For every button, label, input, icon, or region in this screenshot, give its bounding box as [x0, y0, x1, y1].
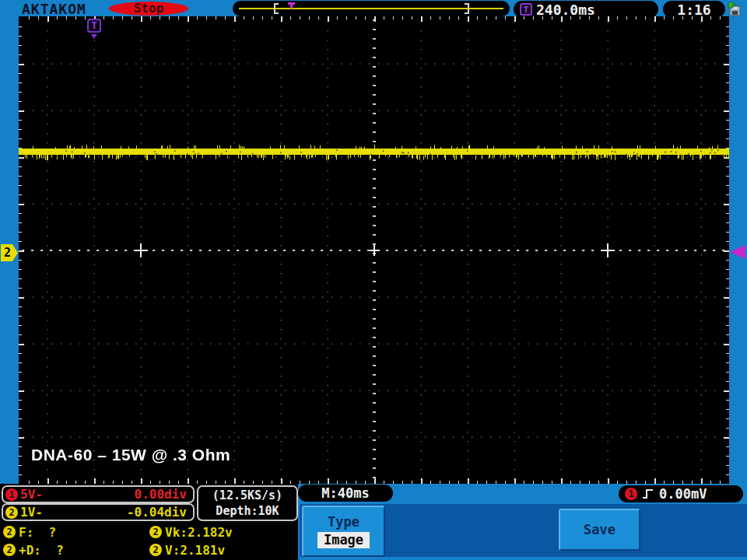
- trigger-position-marker-arrow-icon: [91, 34, 97, 39]
- ch1-badge: 1: [5, 488, 18, 501]
- window-right-bracket-icon: [465, 3, 469, 14]
- measurement-frequency: 2 F: ?: [3, 525, 56, 540]
- measurement-row: 2 F: ? 2 Vk:2.182v: [3, 523, 296, 541]
- ch2-badge: 2: [5, 506, 18, 519]
- brand-logo: AKTAKOM: [22, 1, 86, 17]
- meas-ch-badge: 2: [149, 544, 162, 556]
- meas-ch-badge: 2: [3, 526, 16, 538]
- measurement-row: 2 +D: ? 2 V:2.181v: [3, 541, 296, 558]
- status-panel: 1 5V- 0.00div 2 1V- -0.04div 2 F: ? 2 Vk…: [0, 484, 298, 560]
- run-state-indicator: Stop: [109, 2, 188, 16]
- save-button-label: Save: [584, 522, 615, 537]
- trigger-position-icon-stem: [290, 5, 293, 9]
- trigger-source-badge: 1: [625, 488, 637, 500]
- meas-ch-badge: 2: [3, 544, 16, 556]
- meas-value: V:2.181v: [165, 543, 225, 558]
- meas-value: +D: ?: [19, 543, 64, 558]
- screen-annotation: DNA-60 – 15W @ .3 Ohm: [31, 446, 230, 464]
- ch2-status-box: 2 1V- -0.04div: [2, 503, 195, 521]
- horizontal-position-bar[interactable]: [233, 1, 510, 16]
- trigger-time-value: 240.0ms: [536, 2, 595, 18]
- ch1-status-box: 1 5V- 0.00div: [2, 485, 195, 503]
- acquisition-info-box: (12.5KS/s) Depth:10K: [197, 485, 298, 521]
- trigger-level-value: 0.00mV: [659, 486, 707, 502]
- graticule-canvas: [19, 16, 729, 484]
- measurement-duty: 2 +D: ?: [3, 543, 64, 558]
- measurement-v: 2 V:2.181v: [149, 543, 225, 558]
- trigger-level-readout: 1 0.00mV: [619, 485, 743, 502]
- run-state-label: Stop: [134, 2, 164, 15]
- usb-storage-icon: [726, 2, 743, 16]
- record-span-line: [239, 8, 503, 9]
- clock-readout: 1:16: [663, 1, 725, 18]
- oscilloscope-screen: { "header": { "brand": "AKTAKOM", "run_s…: [0, 0, 747, 560]
- ch2-ground-marker[interactable]: 2: [1, 244, 18, 261]
- ch2-scale: 1V-: [20, 505, 43, 520]
- type-button-label: Type: [328, 514, 359, 530]
- clock-value: 1:16: [677, 2, 710, 18]
- save-button[interactable]: Save: [559, 509, 640, 551]
- waveform-display: T DNA-60 – 15W @ .3 Ohm: [19, 16, 729, 484]
- ch1-scale: 5V-: [20, 487, 43, 502]
- meas-value: F: ?: [19, 525, 56, 540]
- trigger-time-readout: T 240.0ms: [514, 1, 658, 18]
- meas-value: Vk:2.182v: [165, 525, 233, 540]
- timebase-readout: M:40ms: [298, 485, 393, 502]
- window-left-bracket-icon: [274, 3, 279, 14]
- ch1-position: 0.00div: [135, 487, 187, 502]
- trigger-position-marker-icon: T: [87, 19, 101, 33]
- trigger-t-icon: T: [520, 3, 532, 16]
- type-button[interactable]: Type Image: [302, 506, 385, 557]
- memory-depth: Depth:10K: [216, 503, 279, 519]
- ch2-position: -0.04div: [127, 505, 187, 520]
- measurement-vk: 2 Vk:2.182v: [149, 525, 233, 540]
- softkey-menu: Type Image Save: [300, 504, 747, 557]
- meas-ch-badge: 2: [149, 526, 162, 538]
- trigger-level-arrow-icon[interactable]: [730, 245, 745, 259]
- sample-rate: (12.5KS/s): [212, 488, 282, 503]
- rising-edge-icon: [642, 488, 654, 500]
- type-selected-value[interactable]: Image: [317, 532, 370, 549]
- timebase-value: M:40ms: [321, 485, 369, 501]
